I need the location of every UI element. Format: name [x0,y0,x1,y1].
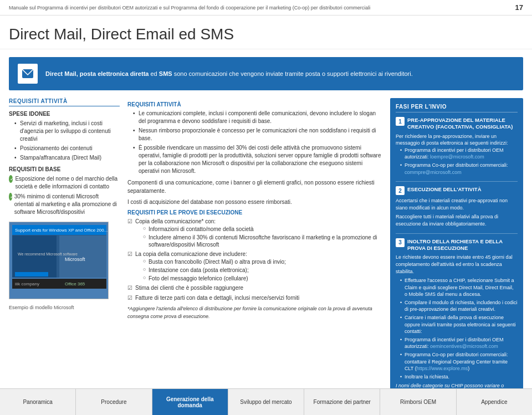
nav-item-rimborsi[interactable]: Rimborsi OEM [380,389,456,415]
list-item: Intestazione con data (posta elettronica… [143,267,382,274]
step-3-title: INOLTRO DELLA RICHIESTA E DELLA PROVA DI… [407,238,518,252]
step-2-number: 2 [396,186,405,195]
mid-section1-header: REQUISITI ATTIVITÀ [127,101,382,107]
step-3-bullets: Effettuare l'accesso a CHIP, selezionare… [396,277,518,380]
nav-item-formazione[interactable]: Formazione dei partner [304,389,380,415]
email-link[interactable]: oemincentives@microsoft.com [430,344,498,349]
list-item: Le comunicazioni complete, inclusi i com… [133,110,382,125]
step-divider-1 [396,181,518,182]
check-item-text: Copia della comunicazione* con: [135,218,216,224]
sub-list: Busta con francobollo (Direct Mail) o al… [135,258,382,282]
info-text-ed: ed [149,70,158,77]
check-icon-1 [9,175,13,183]
info-box: Direct Mail, posta elettronica diretta e… [9,57,523,90]
check-item-text: La copia della comunicazione deve includ… [135,251,247,257]
step-3-title-row: 3 INOLTRO DELLA RICHIESTA E DELLA PROVA … [396,238,518,252]
top-bar-text: Manuale sul Programma di incentivi per d… [9,5,509,11]
list-item: È possibile rivendicare un massimo del 3… [133,144,382,175]
info-text-strong1: Direct Mail, posta elettronica diretta [45,70,149,77]
svg-text:Office 365: Office 365 [65,281,85,286]
list-item: Fatture di terze parti con data e dettag… [127,294,382,302]
list-item: Copia della comunicazione* con: Informaz… [127,218,382,248]
mail-icon [18,64,38,84]
list-item: Foto del messaggio telefonico (cellulare… [143,275,382,282]
list-item: Stima dei clienti che è possibile raggiu… [127,284,382,292]
base-item-text-1: Esposizione del nome o del marchio della… [15,175,120,191]
page-title: Direct Mail, Direct Email ed SMS [0,16,532,49]
sub-list: Informazioni di contatto/nome della soci… [135,226,382,248]
step-2-title: ESECUZIONE DELL'ATTIVITÀ [407,186,482,193]
svg-text:Microsoft: Microsoft [65,257,85,262]
spese-title: SPESE IDONEE [9,111,120,117]
list-item: Stampa/affrancatura (Direct Mail) [14,154,120,162]
list-item: Programma di incentivi per i distributor… [400,147,518,161]
list-item: Compilare il modulo di richiesta, includ… [400,299,518,313]
mid-extra2: I costi di acquisizione del database non… [127,198,382,206]
step-3: 3 INOLTRO DELLA RICHIESTA E DELLA PROVA … [396,238,518,397]
base-item-1: Esposizione del nome o del marchio della… [9,175,120,191]
base-item-2: 30% minimo di contenuti Microsoft orient… [9,193,120,216]
step-2: 2 ESECUZIONE DELL'ATTIVITÀ Accertarsi ch… [396,186,518,227]
step-1-number: 1 [396,117,405,126]
info-text-rest: sono comunicazioni che vengono inviate t… [172,70,413,77]
list-item: Includere almeno il 30% di contenuti Mic… [143,234,382,248]
list-item: Nessun rimborso proporzionale è concesso… [133,127,382,142]
list-item: La copia della comunicazione deve includ… [127,250,382,282]
top-bar: Manuale sul Programma di incentivi per d… [0,0,532,16]
nav-item-generazione[interactable]: Generazione della domanda [152,389,228,415]
right-header: FASI PER L'INVIO [396,104,518,112]
content-area: REQUISITI ATTIVITÀ SPESE IDONEE Servizi … [0,98,532,408]
info-box-content: Direct Mail, posta elettronica diretta e… [45,69,413,79]
image-caption: Esempio di modello Microsoft [9,305,120,310]
mid-section2-list: Copia della comunicazione* con: Informaz… [127,218,382,302]
email-link[interactable]: commpre@microsoft.com [405,170,462,175]
right-column: FASI PER L'INVIO 1 PRE-APPROVAZIONE DEL … [390,98,523,408]
svg-text:Support ends for Windows XP an: Support ends for Windows XP and Office 2… [15,228,108,233]
url-link[interactable]: https://www.explore.ms [417,366,468,371]
list-item: Inoltrare la richiesta. [400,373,518,381]
page-number: 17 [515,3,523,12]
step-1: 1 PRE-APPROVAZIONE DEL MATERIALE CREATIV… [396,117,518,176]
middle-column: REQUISITI ATTIVITÀ Le comunicazioni comp… [127,98,382,408]
step-3-number: 3 [396,238,405,247]
check-icon-2 [9,193,12,201]
list-item: Posizionamento dei contenuti [14,145,120,152]
nav-item-procedure[interactable]: Procedure [76,389,152,415]
base-title: REQUISITI DI BASE [9,166,120,172]
step-divider-2 [396,233,518,234]
step-3-body: Le richieste devono essere inviate entro… [396,254,518,396]
list-item: Informazioni di contatto/nome della soci… [143,226,382,233]
microsoft-model-image: Support ends for Windows XP and Office 2… [9,222,109,299]
image-inner: Support ends for Windows XP and Office 2… [9,222,108,299]
svg-rect-5 [12,235,57,278]
base-item-text-2: 30% minimo di contenuti Microsoft orient… [14,193,120,216]
list-item: Programma Co-op per distributori commerc… [400,162,518,176]
mid-extra1: Componenti di una comunicazione, come i … [127,178,382,195]
svg-rect-8 [15,272,48,276]
step-1-body: Per richiedere la pre-approvazione, invi… [396,133,518,176]
list-item: Programma Co-op per distributori commerc… [400,351,518,372]
info-text-strong2: SMS [159,70,172,77]
list-item: Effettuare l'accesso a CHIP, selezionare… [400,277,518,298]
nav-item-panoramica[interactable]: Panoramica [0,389,76,415]
left-column: REQUISITI ATTIVITÀ SPESE IDONEE Servizi … [9,98,120,408]
mid-section2-header: REQUISITI PER LE PROVE DI ESECUZIONE [127,209,382,216]
mid-section1-list: Le comunicazioni complete, inclusi i com… [127,110,382,175]
step-1-title: PRE-APPROVAZIONE DEL MATERIALE CREATIVO … [407,117,518,131]
svg-text:We recommend Microsoft softwar: We recommend Microsoft software [18,252,78,256]
nav-item-appendice[interactable]: Appendice [457,389,532,415]
step-2-title-row: 2 ESECUZIONE DELL'ATTIVITÀ [396,186,518,195]
left-section-header: REQUISITI ATTIVITÀ [9,98,120,106]
step-1-bullets: Programma di incentivi per i distributor… [396,147,518,176]
list-item: Busta con francobollo (Direct Mail) o al… [143,258,382,265]
step-1-title-row: 1 PRE-APPROVAZIONE DEL MATERIALE CREATIV… [396,117,518,131]
spese-list: Servizi di marketing, inclusi i costi d'… [9,120,120,162]
list-item: Caricare i materiali della prova di esec… [400,314,518,335]
svg-text:iiik company: iiik company [15,281,39,286]
footnote: *Aggiungere l'azienda all'elenco di dist… [127,305,382,320]
list-item: Servizi di marketing, inclusi i costi d'… [14,120,120,143]
nav-item-sviluppo[interactable]: Sviluppo del mercato [228,389,304,415]
footer-navigation: Panoramica Procedure Generazione della d… [0,388,532,415]
email-link[interactable]: loempre@microsoft.com [430,154,484,160]
list-item: Programma di incentivi per i distributor… [400,336,518,350]
